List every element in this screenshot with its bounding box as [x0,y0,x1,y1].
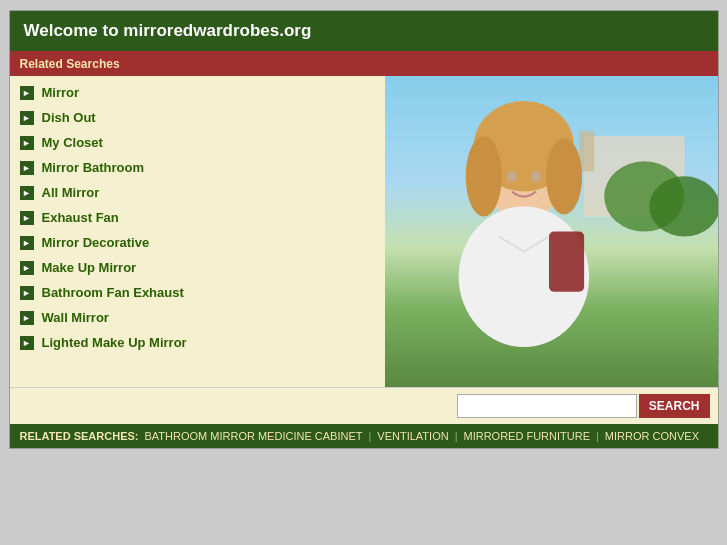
footer-related-link[interactable]: BATHROOM MIRROR MEDICINE CABINET [144,430,362,442]
footer-separator: | [368,430,371,442]
footer-related-link[interactable]: MIRRORED FURNITURE [464,430,591,442]
svg-rect-14 [548,232,583,292]
list-item-link[interactable]: Dish Out [42,110,96,125]
list-item[interactable]: ►Make Up Mirror [10,255,385,280]
arrow-icon: ► [20,236,34,250]
search-input[interactable] [457,394,637,418]
list-item-link[interactable]: Wall Mirror [42,310,109,325]
list-item[interactable]: ►Lighted Make Up Mirror [10,330,385,355]
arrow-icon: ► [20,186,34,200]
list-item-link[interactable]: Bathroom Fan Exhaust [42,285,184,300]
list-item-link[interactable]: Mirror Decorative [42,235,150,250]
list-item[interactable]: ►Mirror [10,80,385,105]
footer-separator: | [596,430,599,442]
site-title: Welcome to mirroredwardrobes.org [24,21,312,40]
arrow-icon: ► [20,161,34,175]
list-item-link[interactable]: Mirror Bathroom [42,160,145,175]
list-item[interactable]: ►Wall Mirror [10,305,385,330]
arrow-icon: ► [20,261,34,275]
arrow-icon: ► [20,311,34,325]
list-item[interactable]: ►My Closet [10,130,385,155]
footer-separator: | [455,430,458,442]
related-searches-label: Related Searches [20,57,120,71]
arrow-icon: ► [20,136,34,150]
list-item[interactable]: ►Mirror Bathroom [10,155,385,180]
search-button[interactable]: SEARCH [639,394,710,418]
svg-point-13 [530,170,540,182]
arrow-icon: ► [20,86,34,100]
list-item-link[interactable]: Lighted Make Up Mirror [42,335,187,350]
list-item[interactable]: ►All Mirror [10,180,385,205]
search-row: SEARCH [10,387,718,424]
footer-related-link[interactable]: MIRROR CONVEX [605,430,699,442]
list-item-link[interactable]: Exhaust Fan [42,210,119,225]
list-item-link[interactable]: All Mirror [42,185,100,200]
related-searches-bar: Related Searches [10,51,718,76]
footer-related-searches: RELATED SEARCHES: BATHROOM MIRROR MEDICI… [10,424,718,448]
header: Welcome to mirroredwardrobes.org [10,11,718,51]
list-item[interactable]: ►Dish Out [10,105,385,130]
svg-point-12 [506,170,516,182]
arrow-icon: ► [20,336,34,350]
hero-photo [385,76,718,387]
footer-related-link[interactable]: VENTILATION [377,430,448,442]
list-item-link[interactable]: Make Up Mirror [42,260,137,275]
list-item-link[interactable]: Mirror [42,85,80,100]
svg-point-5 [649,176,718,236]
arrow-icon: ► [20,286,34,300]
hero-image [385,76,718,387]
arrow-icon: ► [20,211,34,225]
svg-point-9 [545,138,581,214]
main-content: ►Mirror►Dish Out►My Closet►Mirror Bathro… [10,76,718,387]
svg-rect-3 [579,131,594,171]
list-item[interactable]: ►Exhaust Fan [10,205,385,230]
arrow-icon: ► [20,111,34,125]
list-item-link[interactable]: My Closet [42,135,103,150]
search-list: ►Mirror►Dish Out►My Closet►Mirror Bathro… [10,76,385,387]
svg-point-8 [465,136,501,216]
footer-related-label: RELATED SEARCHES: [20,430,139,442]
list-item[interactable]: ►Mirror Decorative [10,230,385,255]
list-item[interactable]: ►Bathroom Fan Exhaust [10,280,385,305]
